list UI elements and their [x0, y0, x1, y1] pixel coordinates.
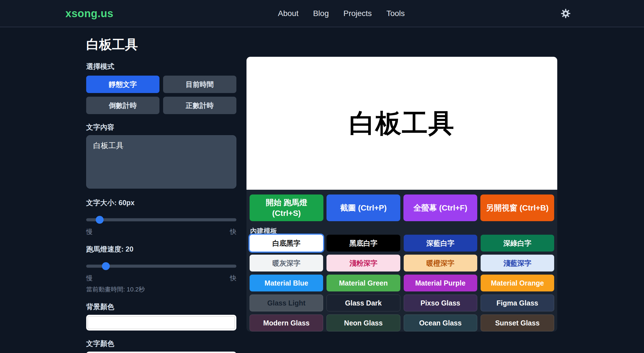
- template-button[interactable]: 暖橙深字: [404, 255, 477, 271]
- template-button[interactable]: Material Blue: [250, 275, 323, 291]
- template-button[interactable]: Glass Dark: [326, 295, 400, 311]
- template-button[interactable]: Ocean Glass: [404, 314, 477, 331]
- template-button[interactable]: Figma Glass: [481, 295, 554, 311]
- template-button[interactable]: Material Purple: [404, 275, 477, 291]
- font-size-minmax: 慢 快: [86, 227, 236, 236]
- gear-icon[interactable]: [560, 8, 571, 19]
- marquee-speed-slider[interactable]: [86, 262, 236, 270]
- template-button[interactable]: Material Orange: [481, 275, 554, 291]
- open-window-button[interactable]: 另開視窗 (Ctrl+B): [480, 194, 554, 221]
- preview-text: 白板工具: [349, 106, 455, 141]
- marquee-speed-slider-thumb[interactable]: [102, 262, 110, 270]
- start-marquee-button[interactable]: 開始 跑馬燈(Ctrl+S): [250, 194, 323, 221]
- preview-panel: 白板工具 開始 跑馬燈(Ctrl+S)截圖 (Ctrl+P)全螢幕 (Ctrl+…: [246, 57, 557, 332]
- template-button[interactable]: 淺粉深字: [326, 255, 400, 271]
- action-buttons-row: 開始 跑馬燈(Ctrl+S)截圖 (Ctrl+P)全螢幕 (Ctrl+F)另開視…: [250, 194, 554, 221]
- template-button[interactable]: Material Green: [326, 275, 400, 291]
- text-color-label: 文字顏色: [86, 339, 236, 348]
- mode-button[interactable]: 倒數計時: [86, 97, 159, 114]
- nav-link-tools[interactable]: Tools: [386, 9, 405, 18]
- font-size-slider-thumb[interactable]: [96, 216, 104, 224]
- bg-color-swatch: [88, 316, 235, 329]
- font-size-slider-track: [86, 218, 236, 221]
- animation-time-text: 當前動畫時間: 10.2秒: [86, 285, 236, 294]
- fullscreen-button[interactable]: 全螢幕 (Ctrl+F): [403, 194, 477, 221]
- text-color-input[interactable]: [86, 352, 236, 353]
- templates-label: 內建模板: [250, 227, 277, 236]
- bg-color-input[interactable]: [86, 315, 236, 331]
- slow-label: 慢: [86, 274, 93, 282]
- template-button[interactable]: 白底黑字: [250, 235, 323, 252]
- fast-label: 快: [230, 227, 236, 236]
- template-button[interactable]: 黑底白字: [326, 235, 400, 252]
- text-content-input[interactable]: [86, 135, 236, 189]
- mode-button-grid: 靜態文字目前時間倒數計時正數計時: [86, 76, 236, 114]
- mode-button[interactable]: 正數計時: [163, 97, 236, 114]
- template-grid: 白底黑字黑底白字深藍白字深綠白字暖灰深字淺粉深字暖橙深字淺藍深字Material…: [250, 235, 554, 331]
- bg-color-label: 背景顏色: [86, 302, 236, 311]
- template-button[interactable]: 深藍白字: [404, 235, 477, 252]
- template-button[interactable]: Neon Glass: [326, 314, 400, 331]
- page-title: 白板工具: [86, 36, 236, 53]
- site-logo[interactable]: xsong.us: [65, 7, 113, 19]
- mode-button[interactable]: 目前時間: [163, 76, 236, 93]
- template-button[interactable]: Sunset Glass: [481, 314, 554, 331]
- marquee-speed-label: 跑馬燈速度: 20: [86, 245, 236, 254]
- navbar: xsong.us AboutBlogProjectsTools: [0, 0, 644, 27]
- mode-button[interactable]: 靜態文字: [86, 76, 159, 93]
- screenshot-button[interactable]: 截圖 (Ctrl+P): [326, 194, 400, 221]
- slow-label: 慢: [86, 227, 93, 236]
- nav-link-about[interactable]: About: [278, 9, 298, 18]
- font-size-slider[interactable]: [86, 216, 236, 223]
- nav-link-projects[interactable]: Projects: [343, 9, 372, 18]
- template-button[interactable]: Pixso Glass: [404, 295, 477, 311]
- nav-link-blog[interactable]: Blog: [313, 9, 329, 18]
- template-button[interactable]: Glass Light: [250, 295, 323, 311]
- settings-panel: 白板工具 選擇模式 靜態文字目前時間倒數計時正數計時 文字內容 文字大小: 60…: [86, 36, 236, 353]
- marquee-speed-minmax: 慢 快: [86, 274, 236, 282]
- template-button[interactable]: 暖灰深字: [250, 255, 323, 271]
- template-button[interactable]: 淺藍深字: [481, 255, 554, 271]
- fast-label: 快: [230, 274, 236, 282]
- template-button[interactable]: 深綠白字: [481, 235, 554, 252]
- font-size-label: 文字大小: 60px: [86, 198, 236, 207]
- mode-select-label: 選擇模式: [86, 62, 236, 71]
- template-button[interactable]: Modern Glass: [250, 314, 323, 331]
- nav-links: AboutBlogProjectsTools: [278, 0, 405, 27]
- whiteboard-preview[interactable]: 白板工具: [246, 57, 557, 190]
- text-content-label: 文字內容: [86, 123, 236, 132]
